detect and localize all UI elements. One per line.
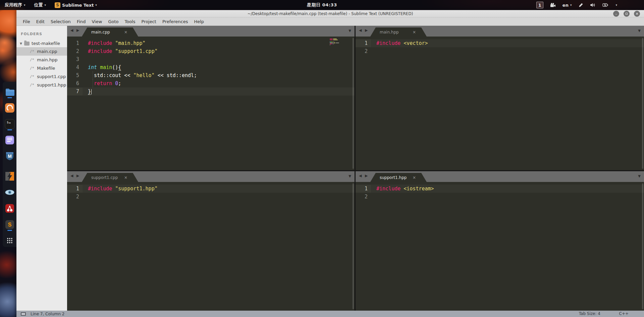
keyboard-layout-label: en [562, 3, 569, 8]
pane-overflow-icon[interactable]: ▼ [638, 29, 641, 33]
folder-icon [24, 42, 30, 46]
tab-close-icon[interactable]: × [413, 175, 416, 180]
scrollbar[interactable] [353, 38, 354, 169]
minimize-button[interactable]: – [613, 11, 619, 17]
tab-support1.hpp[interactable]: support1.hpp× [370, 173, 427, 182]
minimap-line [330, 40, 339, 40]
code-line: 5 std::cout << "hello" << std::endl; [67, 71, 355, 79]
syntax-indicator[interactable]: C++ [619, 311, 629, 316]
file-row-Makefile[interactable]: /*Makefile [16, 64, 67, 72]
places-menu-label: 位置 [34, 2, 43, 8]
pane-bottom-right: ◀ ▶support1.hpp×▼1#include <iostream>2 [356, 171, 644, 311]
screencast-icon[interactable] [550, 3, 556, 7]
cursor-position[interactable]: Line 7, Column 2 [31, 312, 65, 316]
pane-overflow-icon[interactable]: ▼ [638, 174, 641, 178]
tab-support1.cpp[interactable]: support1.cpp× [82, 173, 138, 182]
eye-tool-icon[interactable] [4, 187, 15, 199]
cherrytree-icon[interactable] [4, 203, 15, 215]
dock: $MS [3, 82, 16, 247]
pane-bottom-left: ◀ ▶support1.cpp×▼1#include "support1.hpp… [67, 171, 355, 311]
disclosure-triangle-icon[interactable]: ▼ [20, 42, 22, 45]
pane-overflow-icon[interactable]: ▼ [348, 29, 351, 33]
terminal-icon[interactable]: $ [4, 119, 15, 130]
file-row-main.cpp[interactable]: /*main.cpp [16, 47, 67, 56]
file-row-main.hpp[interactable]: /*main.hpp [16, 56, 67, 64]
tab-label: support1.cpp [91, 175, 118, 180]
menu-file[interactable]: File [20, 18, 33, 25]
tab-scroll-arrows-icon[interactable]: ◀ ▶ [70, 28, 80, 33]
scrollbar[interactable] [353, 183, 354, 309]
code-editor[interactable]: 1#include <vector>2 [356, 37, 644, 170]
tab-scroll-arrows-icon[interactable]: ◀ ▶ [359, 174, 369, 178]
metasploit-icon[interactable]: M [4, 151, 15, 163]
applications-menu[interactable]: 应用程序 ▾ [5, 2, 25, 8]
active-app-label: Sublime Text [62, 3, 94, 8]
menu-selection[interactable]: Selection [48, 18, 74, 25]
code-editor[interactable]: 1#include <iostream>2 [356, 182, 644, 311]
tab-bar: ◀ ▶main.cpp×▼ [67, 26, 355, 37]
pen-icon[interactable] [578, 3, 583, 8]
menu-help[interactable]: Help [191, 18, 207, 25]
panel-switcher-icon[interactable] [21, 312, 26, 316]
menu-project[interactable]: Project [138, 18, 159, 25]
scrollbar[interactable] [642, 38, 643, 169]
menu-view[interactable]: View [89, 18, 105, 25]
minimap-token [330, 45, 330, 45]
window-titlebar[interactable]: ~/Desktop/test-makefile/main.cpp (test-m… [16, 10, 644, 17]
places-menu[interactable]: 位置 ▾ [34, 2, 46, 8]
menu-tools[interactable]: Tools [121, 18, 138, 25]
active-app-menu[interactable]: S Sublime Text ▾ [55, 2, 97, 8]
code-line: 2 [356, 47, 644, 55]
folder-label: test-makefile [32, 41, 60, 46]
close-button[interactable]: ✕ [634, 11, 640, 17]
line-number: 7 [67, 87, 83, 96]
tab-main.cpp[interactable]: main.cpp× [82, 27, 138, 37]
workspace-indicator[interactable]: 1 [536, 2, 543, 8]
file-label: support1.cpp [37, 74, 66, 79]
line-number: 1 [356, 39, 371, 47]
minimap-token [333, 40, 338, 40]
line-number: 2 [356, 193, 371, 201]
system-menu-chevron-icon[interactable]: ▾ [615, 3, 617, 7]
menu-goto[interactable]: Goto [105, 18, 121, 25]
minimap-token [330, 44, 332, 44]
menu-preferences[interactable]: Preferences [159, 18, 191, 25]
menu-bar: FileEditSelectionFindViewGotoToolsProjec… [16, 17, 644, 26]
svg-text:M: M [8, 153, 12, 159]
tab-main.hpp[interactable]: main.hpp× [370, 27, 427, 37]
file-row-support1.hpp[interactable]: /*support1.hpp [16, 81, 67, 89]
code-text: } [83, 87, 355, 96]
tab-close-icon[interactable]: × [413, 30, 416, 35]
clock[interactable]: 星期日 04:33 [307, 2, 337, 8]
tab-scroll-arrows-icon[interactable]: ◀ ▶ [70, 174, 80, 178]
folder-row-test-makefile[interactable]: ▼ test-makefile [16, 40, 67, 47]
maximize-button[interactable] [624, 11, 630, 17]
firefox-icon[interactable] [4, 103, 15, 114]
tab-close-icon[interactable]: × [124, 30, 127, 35]
battery-icon[interactable] [602, 3, 609, 7]
minimap-line [330, 43, 339, 43]
tab-close-icon[interactable]: × [124, 175, 127, 180]
side-bar: FOLDERS ▼ test-makefile /*main.cpp/*main… [16, 26, 67, 311]
line-number: 4 [67, 63, 83, 71]
volume-icon[interactable] [590, 3, 596, 7]
minimap[interactable] [330, 39, 339, 45]
code-editor[interactable]: 1#include "main.hpp"2#include "support1.… [67, 37, 355, 170]
sublime-text-icon[interactable]: S [4, 219, 15, 231]
keyboard-layout-menu[interactable]: en ▾ [562, 3, 572, 8]
file-row-support1.cpp[interactable]: /*support1.cpp [16, 72, 67, 81]
lightning-tool-icon[interactable] [4, 171, 15, 183]
menu-find[interactable]: Find [74, 18, 89, 25]
menu-edit[interactable]: Edit [33, 18, 48, 25]
scrollbar[interactable] [642, 183, 643, 309]
show-applications-icon[interactable] [4, 235, 15, 247]
text-editor-icon[interactable] [4, 135, 15, 146]
code-editor[interactable]: 1#include "support1.hpp"2 [67, 182, 355, 311]
tab-scroll-arrows-icon[interactable]: ◀ ▶ [359, 28, 369, 33]
tab-size-indicator[interactable]: Tab Size: 4 [579, 311, 600, 316]
minimap-token [333, 43, 335, 43]
pane-overflow-icon[interactable]: ▼ [348, 174, 351, 178]
files-icon[interactable] [4, 86, 15, 98]
file-label: support1.hpp [37, 82, 66, 87]
code-line: 1#include <iostream> [356, 185, 644, 193]
